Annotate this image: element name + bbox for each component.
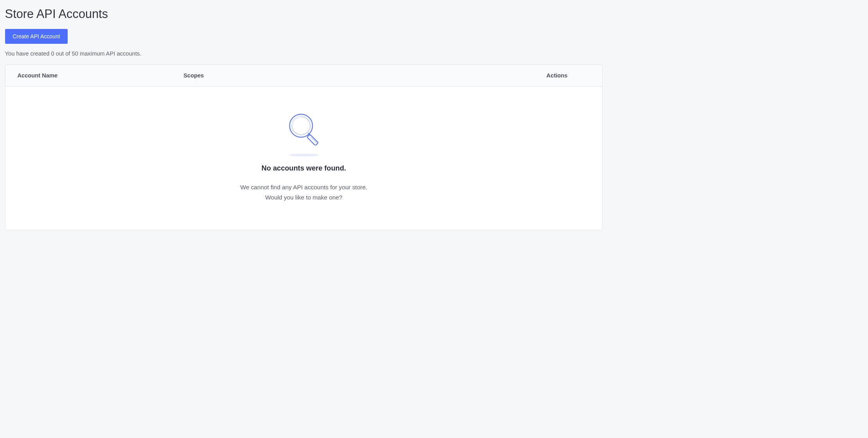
empty-state-title: No accounts were found. [11,164,597,172]
column-header-scopes: Scopes [183,72,546,79]
magnifying-glass-icon [285,111,323,150]
empty-state-message: We cannot find any API accounts for your… [11,182,597,203]
empty-state-line2: Would you like to make one? [265,194,342,201]
svg-rect-2 [307,135,318,146]
empty-state-illustration [11,111,597,156]
api-accounts-table: Account Name Scopes Actions No accounts … [5,65,603,231]
column-header-actions: Actions [547,72,590,79]
table-header-row: Account Name Scopes Actions [5,65,603,87]
empty-state-line1: We cannot find any API accounts for your… [240,184,368,190]
column-header-account-name: Account Name [17,72,183,79]
page-title: Store API Accounts [5,7,603,21]
account-count-info: You have created 0 out of 50 maximum API… [5,50,603,57]
create-api-account-button[interactable]: Create API Account [5,29,68,44]
empty-state: No accounts were found. We cannot find a… [5,87,603,230]
shadow-decoration [289,154,319,156]
